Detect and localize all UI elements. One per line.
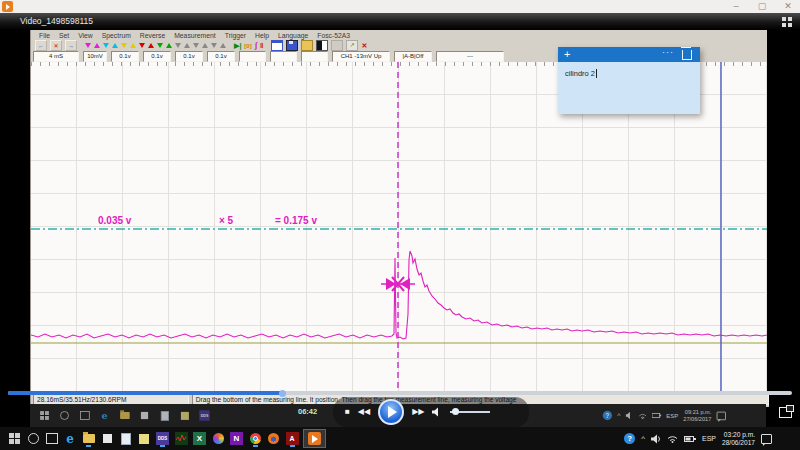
aux3-down-triangle-icon[interactable] — [211, 43, 217, 48]
empty-box-2[interactable] — [270, 51, 297, 62]
menu-view[interactable]: View — [78, 32, 93, 39]
menu-trigger[interactable]: Trigger — [225, 32, 246, 39]
rec-edge-icon: e — [99, 410, 109, 420]
battery-icon[interactable] — [684, 435, 696, 443]
measure-marker-icon[interactable] — [381, 277, 415, 291]
seek-knob[interactable] — [279, 390, 286, 397]
save-icon[interactable] — [286, 40, 298, 51]
video-seek-bar[interactable] — [8, 391, 792, 395]
file-explorer-icon[interactable] — [82, 432, 95, 445]
dds-app-icon[interactable]: DDS — [156, 432, 169, 445]
rec-cortana-icon — [59, 410, 69, 420]
note-text[interactable]: cilindro 2 — [565, 69, 597, 78]
sticky-notes-icon[interactable] — [138, 432, 151, 445]
volume-slider[interactable] — [450, 411, 490, 413]
volume-knob[interactable] — [452, 408, 459, 415]
volt-box-3[interactable]: 0.1v — [175, 51, 203, 62]
menu-help[interactable]: Help — [255, 32, 269, 39]
volt-box-1[interactable]: 0.1v — [111, 51, 139, 62]
note-trash-icon[interactable] — [682, 50, 692, 60]
popout-icon[interactable] — [779, 407, 792, 418]
note-add-button[interactable]: + — [564, 48, 570, 60]
ab-mode-box[interactable]: |A-B|Off — [394, 51, 432, 62]
help-tray-icon[interactable]: ? — [624, 433, 635, 444]
menu-measurement[interactable]: Measurement — [174, 32, 216, 39]
signal-icon[interactable]: ∫ — [255, 41, 257, 50]
onenote-icon[interactable]: N — [230, 432, 243, 445]
window-view-icon[interactable] — [271, 40, 283, 51]
marker-box-icon[interactable]: ✕ — [50, 40, 62, 51]
pause-icon[interactable]: ‖ — [260, 42, 263, 49]
store-icon[interactable] — [101, 432, 114, 445]
firefox-icon[interactable] — [267, 432, 280, 445]
video-player-taskbar-icon[interactable] — [304, 430, 325, 447]
note-menu-button[interactable]: ··· — [662, 47, 674, 57]
language-indicator[interactable]: ESP — [702, 435, 716, 442]
mini-player-icon[interactable] — [782, 17, 794, 27]
chrome-icon[interactable] — [249, 432, 262, 445]
close-channel-icon[interactable]: ✕ — [361, 42, 367, 50]
ch5-down-triangle-icon[interactable] — [157, 43, 163, 48]
forward-button[interactable]: ▶▶ — [412, 408, 424, 416]
excel-icon[interactable]: X — [193, 432, 206, 445]
export-icon[interactable]: ↗ — [346, 40, 358, 51]
ch3-up-triangle-icon[interactable] — [130, 43, 136, 48]
rewind-button[interactable]: ◀◀ — [358, 408, 370, 416]
paint-icon[interactable] — [212, 432, 225, 445]
contrast-icon[interactable] — [316, 40, 328, 51]
speaker-icon[interactable] — [651, 434, 661, 444]
notepad-icon[interactable] — [119, 432, 132, 445]
aux2-up-triangle-icon[interactable] — [202, 43, 208, 48]
ch2-down-triangle-icon[interactable] — [103, 43, 109, 48]
volume-icon[interactable] — [432, 407, 442, 417]
aux1-down-triangle-icon[interactable] — [175, 43, 181, 48]
clock[interactable]: 03:20 p.m.28/06/2017 — [722, 431, 755, 447]
close-button[interactable]: ✕ — [778, 0, 798, 12]
scale-box[interactable]: 10mV — [83, 51, 107, 62]
stop-button[interactable]: ■ — [345, 408, 350, 416]
sticky-note-header[interactable]: + ··· — [558, 47, 700, 62]
ch4-up-triangle-icon[interactable] — [148, 43, 154, 48]
run-icon[interactable]: ▶| — [234, 42, 241, 50]
volt-box-2[interactable]: 0.1v — [143, 51, 171, 62]
ch1-up-triangle-icon[interactable] — [94, 43, 100, 48]
menu-reverse[interactable]: Reverse — [140, 32, 165, 39]
ch5-up-triangle-icon[interactable] — [166, 43, 172, 48]
timebase-box[interactable]: 4 mS — [33, 51, 79, 62]
menu-spectrum[interactable]: Spectrum — [102, 32, 131, 39]
empty-box-1[interactable] — [239, 51, 266, 62]
zero-icon[interactable]: [0] — [244, 43, 251, 49]
trigger-box[interactable]: CH1 -13mV Up — [332, 51, 390, 62]
action-center-icon[interactable] — [761, 434, 772, 444]
ch3-down-triangle-icon[interactable] — [121, 43, 127, 48]
play-button[interactable] — [378, 399, 404, 425]
open-icon[interactable] — [301, 40, 313, 51]
hidden-icons-chevron[interactable]: ^ — [641, 434, 645, 443]
maximize-button[interactable]: ▢ — [752, 0, 772, 12]
oscilloscope-app-icon[interactable] — [175, 432, 188, 445]
edge-icon[interactable]: e — [64, 432, 77, 445]
aux2-down-triangle-icon[interactable] — [193, 43, 199, 48]
ch2-up-triangle-icon[interactable] — [112, 43, 118, 48]
ch1-down-triangle-icon[interactable] — [85, 43, 91, 48]
extra-box[interactable]: --- — [436, 51, 504, 62]
ch4-down-triangle-icon[interactable] — [139, 43, 145, 48]
menu-set[interactable]: Set — [59, 32, 69, 39]
menu-language[interactable]: Language — [278, 32, 308, 39]
start-button[interactable] — [8, 432, 21, 445]
menu-file[interactable]: File — [39, 32, 50, 39]
cortana-icon[interactable] — [27, 432, 40, 445]
wifi-icon[interactable] — [667, 434, 678, 443]
empty-box-3[interactable] — [301, 51, 328, 62]
scroll-right-icon[interactable]: → — [65, 40, 77, 51]
rec-dds-icon: DDS — [199, 410, 209, 420]
scroll-left-icon[interactable]: ← — [35, 40, 47, 51]
aux1-up-triangle-icon[interactable] — [184, 43, 190, 48]
menu-device[interactable]: Fosc-52A3 — [317, 32, 350, 39]
minimize-button[interactable]: – — [726, 0, 746, 12]
adobe-reader-icon[interactable]: A — [286, 432, 299, 445]
aux3-up-triangle-icon[interactable] — [220, 43, 226, 48]
volt-box-4[interactable]: 0.1v — [207, 51, 235, 62]
task-view-icon[interactable] — [45, 432, 58, 445]
sticky-note-body[interactable]: cilindro 2 — [558, 62, 700, 114]
